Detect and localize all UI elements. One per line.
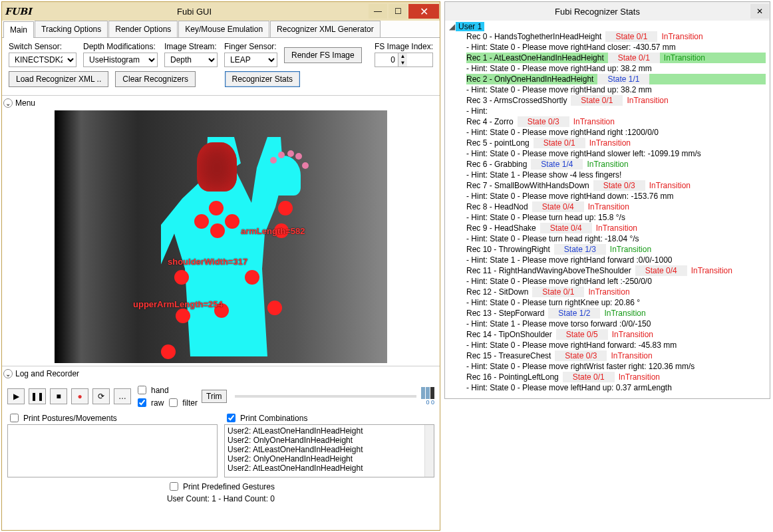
finger-sensor-select[interactable]: LEAP	[224, 53, 277, 67]
loop-button[interactable]: ⟳	[92, 388, 110, 404]
tab-main[interactable]: Main	[3, 21, 34, 38]
stats-titlebar[interactable]: Fubi Recognizer Stats ✕	[445, 2, 770, 21]
transition-label: InTransition	[661, 32, 702, 41]
transition-label: InTransition	[691, 266, 732, 275]
hand-label: hand	[151, 386, 169, 395]
play-button[interactable]: ▶	[7, 388, 25, 404]
recognizer-name: Rec 10 - ThrowingRight	[466, 245, 550, 254]
close-button[interactable]: ✕	[408, 4, 439, 19]
recognizer-row[interactable]: Rec 10 - ThrowingRightState 1/3InTransit…	[466, 244, 766, 255]
spin-up-icon[interactable]: ▲	[398, 53, 407, 60]
transition-label: InTransition	[611, 351, 652, 360]
switch-sensor-label: Switch Sensor:	[9, 42, 77, 51]
chevron-down-icon: ⌄	[3, 369, 13, 378]
maximize-button[interactable]: ☐	[388, 4, 407, 19]
minimize-button[interactable]: —	[369, 4, 387, 19]
scrollbar[interactable]	[424, 425, 434, 477]
hint-line: - Hint: State 0 - Please turn head up: 1…	[466, 212, 766, 223]
tab-recognizer-xml-generator[interactable]: Recognizer XML Generator	[270, 21, 381, 37]
recognizer-row[interactable]: Rec 2 - OnlyOneHandInHeadHeightState 1/1	[466, 74, 766, 84]
recognizer-row[interactable]: Rec 14 - TipOnShoulderState 0/5InTransit…	[466, 329, 766, 340]
recognizer-row[interactable]: Rec 6 - GrabbingState 1/4InTransition	[466, 159, 766, 170]
state-badge: State 0/3	[555, 350, 607, 361]
load-recognizer-xml-button[interactable]: Load Recognizer XML ..	[9, 71, 108, 87]
recognizer-row[interactable]: Rec 8 - HeadNodState 0/4InTransition	[466, 201, 766, 212]
spin-down-icon[interactable]: ▼	[398, 60, 407, 66]
timeline-range: 0 0	[426, 399, 434, 406]
print-predef-checkbox[interactable]	[170, 482, 178, 491]
print-postures-checkbox[interactable]	[10, 414, 19, 422]
menu-expander[interactable]: ⌄ Menu	[2, 95, 440, 110]
recognizer-row[interactable]: Rec 15 - TreasureChestState 0/3InTransit…	[466, 350, 766, 361]
state-badge: State 0/1	[608, 53, 660, 63]
hint-line: - Hint:	[466, 106, 766, 116]
record-button[interactable]: ●	[71, 388, 88, 404]
state-badge: State 1/2	[548, 308, 600, 319]
recognizer-name: Rec 0 - HandsToghetherInHeadHeight	[466, 32, 601, 41]
render-fs-image-button[interactable]: Render FS Image	[284, 47, 362, 63]
recognizer-stats-button[interactable]: Recognizer Stats	[225, 71, 300, 87]
stop-button[interactable]: ■	[50, 388, 67, 404]
trim-button[interactable]: Trim	[202, 390, 227, 403]
user-node[interactable]: User 1	[456, 22, 484, 31]
window-title: Fubi GUI	[21, 7, 368, 17]
log-expander[interactable]: ⌄ Log and Recorder	[2, 366, 440, 381]
chevron-down-icon: ⌄	[3, 98, 13, 108]
list-item: User2: OnlyOneHandInHeadHeight	[228, 454, 431, 464]
fs-index-input[interactable]	[375, 53, 398, 66]
browse-button[interactable]: …	[114, 388, 131, 404]
hint-line: - Hint: State 0 - Please move rightHand …	[466, 127, 766, 138]
print-combos-label: Print Combinations	[240, 414, 307, 423]
raw-checkbox[interactable]	[138, 398, 146, 407]
titlebar[interactable]: FUBI Fubi GUI — ☐ ✕	[2, 2, 440, 21]
switch-sensor-select[interactable]: KINECTSDK2	[9, 53, 77, 67]
state-badge: State 0/4	[635, 265, 687, 276]
transition-label: InTransition	[664, 53, 705, 63]
recognizer-row[interactable]: Rec 12 - SitDownState 0/1InTransition	[466, 287, 766, 297]
depth-viewport: armLength=582 shoulderWidth=317 upperArm…	[55, 110, 387, 363]
recognizer-row[interactable]: Rec 1 - AtLeastOneHandInHeadHeightState …	[466, 53, 766, 63]
depth-mod-select[interactable]: UseHistogram	[83, 53, 158, 67]
clear-recognizers-button[interactable]: Clear Recognizers	[115, 71, 196, 87]
tab-render-options[interactable]: Render Options	[108, 21, 178, 37]
pause-button[interactable]: ❚❚	[29, 388, 46, 404]
recognizer-name: Rec 3 - ArmsCrossedShortly	[466, 96, 567, 105]
recognizer-row[interactable]: Rec 5 - pointLongState 0/1InTransition	[466, 138, 766, 148]
annot-shoulder: shoulderWidth=317	[168, 257, 247, 267]
recognizer-row[interactable]: Rec 9 - HeadShakeState 0/4InTransition	[466, 223, 766, 233]
recognizer-row[interactable]: Rec 4 - ZorroState 0/3InTransition	[466, 116, 766, 127]
depth-mod-label: Depth Modifications:	[83, 42, 158, 51]
app-icon: FUBI	[5, 6, 21, 17]
recognizer-row[interactable]: Rec 3 - ArmsCrossedShortlyState 0/1InTra…	[466, 95, 766, 106]
combinations-output[interactable]: User2: AtLeastOneHandInHeadHeightUser2: …	[224, 424, 434, 477]
recognizer-name: Rec 9 - HeadShake	[466, 223, 536, 233]
recognizer-name: Rec 7 - SmallBowWithHandsDown	[466, 181, 589, 190]
transition-label: InTransition	[604, 309, 645, 318]
timeline[interactable]: 0 0	[231, 387, 434, 406]
recognizer-row[interactable]: Rec 7 - SmallBowWithHandsDownState 0/3In…	[466, 180, 766, 191]
transition-label: InTransition	[588, 202, 629, 211]
hand-checkbox[interactable]	[138, 386, 146, 394]
tab-key-mouse-emulation[interactable]: Key/Mouse Emulation	[178, 21, 269, 37]
filter-checkbox[interactable]	[169, 398, 178, 407]
recognizer-row[interactable]: Rec 16 - PointingLeftLongState 0/1InTran…	[466, 372, 766, 382]
hint-line: - Hint: State 0 - Please move rightHand …	[466, 84, 766, 95]
collapse-icon[interactable]: ◢	[449, 22, 456, 31]
recognizer-name: Rec 5 - pointLong	[466, 138, 530, 148]
annot-armlen: armLength=582	[241, 226, 305, 236]
postures-output[interactable]	[7, 424, 218, 477]
image-stream-select[interactable]: Depth	[164, 53, 218, 67]
transition-label: InTransition	[589, 138, 631, 148]
filter-label: filter	[182, 398, 198, 408]
fs-index-spinner[interactable]: ▲▼	[375, 53, 433, 67]
hint-line: - Hint: State 0 - Please move rightHand …	[466, 42, 766, 53]
recognizer-row[interactable]: Rec 0 - HandsToghetherInHeadHeightState …	[466, 31, 766, 42]
print-predef-label: Print Predefined Gestures	[183, 482, 275, 491]
tab-tracking-options[interactable]: Tracking Options	[35, 21, 108, 37]
recognizer-row[interactable]: Rec 11 - RightHandWavingAboveTheShoulder…	[466, 265, 766, 276]
stats-tree[interactable]: ◢User 1 Rec 0 - HandsToghetherInHeadHeig…	[449, 22, 766, 393]
stats-close-button[interactable]: ✕	[750, 4, 769, 19]
recognizer-row[interactable]: Rec 13 - StepForwardState 1/2InTransitio…	[466, 308, 766, 319]
menu-label: Menu	[15, 98, 35, 108]
print-combos-checkbox[interactable]	[227, 414, 235, 422]
